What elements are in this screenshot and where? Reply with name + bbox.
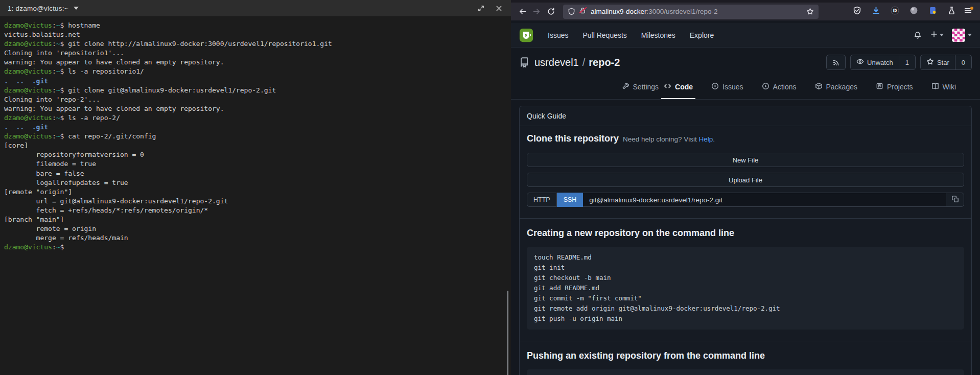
issue-icon xyxy=(711,82,719,91)
extension-download[interactable] xyxy=(869,5,883,19)
url-path: :3000/usrdevel1/repo-2 xyxy=(647,8,718,15)
tab-code[interactable]: Code xyxy=(661,82,695,99)
create-new-button[interactable] xyxy=(930,30,944,40)
terminal-line: [remote "origin"] xyxy=(4,188,509,197)
back-button[interactable] xyxy=(515,5,529,19)
notifications-bell-button[interactable] xyxy=(914,31,922,39)
window-controls xyxy=(477,5,503,12)
tab-issue[interactable]: Issues xyxy=(709,82,745,99)
terminal-line: dzamo@victus:~$ ls -a repo-2/ xyxy=(4,113,509,123)
repo-name-link[interactable]: repo-2 xyxy=(589,57,620,68)
nav-item-milestones[interactable]: Milestones xyxy=(641,31,675,39)
terminal-line: bare = false xyxy=(4,169,509,178)
terminal-line: fetch = +refs/heads/*:refs/remotes/origi… xyxy=(4,206,509,215)
insecure-lock-icon[interactable] xyxy=(579,7,587,16)
titlebar-caret-icon[interactable] xyxy=(74,7,79,10)
upload-file-button[interactable]: Upload File xyxy=(527,173,964,187)
new-file-button[interactable]: New File xyxy=(527,153,964,167)
rss-button[interactable] xyxy=(826,55,846,70)
tracking-protection-shield-icon[interactable] xyxy=(568,8,575,15)
extension-flask[interactable] xyxy=(944,5,959,19)
forward-button[interactable] xyxy=(529,5,544,19)
unwatch-button[interactable]: Unwatch xyxy=(851,55,899,69)
nav-links: IssuesPull RequestsMilestonesExplore xyxy=(548,31,714,39)
terminal-scrollbar[interactable] xyxy=(507,291,508,375)
letter-d-icon: D xyxy=(891,6,899,17)
terminal-line: repositoryformatversion = 0 xyxy=(4,150,509,159)
copy-icon xyxy=(951,195,959,205)
terminal-window: 1: dzamo@victus:~ dzamo@victus:~$ hostna… xyxy=(0,0,511,375)
tab-project[interactable]: Projects xyxy=(873,82,916,99)
quick-guide-header: Quick Guide xyxy=(520,106,971,126)
terminal-line: dzamo@victus:~$ git clone http://almalin… xyxy=(4,39,509,49)
create-repo-title: Creating a new repository on the command… xyxy=(527,226,964,240)
terminal-line: merge = refs/heads/main xyxy=(4,233,509,243)
code-line: git init xyxy=(534,263,957,273)
user-menu-button[interactable] xyxy=(952,29,972,42)
repo-icon xyxy=(519,57,529,67)
terminal-output[interactable]: dzamo@victus:~$ hostnamevictus.balaitus.… xyxy=(0,17,511,375)
repo-tabs: Settings CodeIssuesActionsPackagesProjec… xyxy=(511,77,980,100)
terminal-line: dzamo@victus:~$ cat repo-2/.git/config xyxy=(4,132,509,141)
watch-count[interactable]: 1 xyxy=(899,55,915,69)
help-link[interactable]: Help xyxy=(698,135,713,143)
extension-doc-badge[interactable] xyxy=(925,5,940,19)
close-window-button[interactable] xyxy=(495,5,503,12)
reload-button[interactable] xyxy=(544,5,558,19)
doc-badge-icon xyxy=(928,6,937,17)
star-count[interactable]: 0 xyxy=(955,55,971,69)
eye-icon xyxy=(856,58,864,67)
repo-owner-link[interactable]: usrdevel1 xyxy=(534,57,579,68)
extension-letter-d[interactable]: D xyxy=(888,5,902,19)
caret-down-icon xyxy=(940,34,944,36)
repo-content: Quick Guide Clone this repository Need h… xyxy=(511,100,980,375)
terminal-line: victus.balaitus.net xyxy=(4,30,509,39)
svg-text:D: D xyxy=(893,8,897,13)
ssh-button[interactable]: SSH xyxy=(557,193,584,207)
terminal-titlebar[interactable]: 1: dzamo@victus:~ xyxy=(0,0,511,17)
bookmark-star-icon[interactable] xyxy=(806,8,814,15)
wiki-icon xyxy=(931,82,939,91)
copy-url-button[interactable] xyxy=(946,193,964,207)
terminal-line: warning: You appear to have cloned an em… xyxy=(4,58,509,67)
shield-check-icon xyxy=(853,6,861,17)
repo-separator: / xyxy=(582,57,586,68)
terminal-line: logallrefupdates = true xyxy=(4,178,509,188)
globe-icon xyxy=(909,6,918,17)
repo-actions: Unwatch 1 Star 0 xyxy=(826,55,972,70)
gitea-logo[interactable] xyxy=(519,28,533,42)
code-line: git commit -m "first commit" xyxy=(534,293,957,303)
nav-item-pull-requests[interactable]: Pull Requests xyxy=(582,31,626,39)
terminal-line: filemode = true xyxy=(4,159,509,169)
tab-package[interactable]: Packages xyxy=(812,82,860,99)
clone-section: Clone this repository Need help cloning?… xyxy=(520,126,971,218)
terminal-line: [core] xyxy=(4,141,509,150)
terminal-line: [branch "main"] xyxy=(4,215,509,224)
gitea-page: IssuesPull RequestsMilestonesExplore usr… xyxy=(511,23,980,375)
download-icon xyxy=(872,6,880,17)
star-button[interactable]: Star xyxy=(921,55,955,69)
clone-title: Clone this repository xyxy=(527,133,619,144)
terminal-line: dzamo@victus:~$ git clone git@almalinux9… xyxy=(4,86,509,95)
screen: 1: dzamo@victus:~ dzamo@victus:~$ hostna… xyxy=(0,0,980,375)
clone-url-input[interactable] xyxy=(583,193,946,207)
star-icon xyxy=(926,58,934,67)
code-line: touch README.md xyxy=(534,252,957,263)
http-button[interactable]: HTTP xyxy=(527,193,557,207)
nav-item-explore[interactable]: Explore xyxy=(690,31,714,39)
code-line: git push -u origin main xyxy=(534,314,957,324)
terminal-line: . .. .git xyxy=(4,123,509,132)
update-badge xyxy=(970,7,973,10)
tab-settings[interactable]: Settings xyxy=(619,82,662,99)
extension-globe[interactable] xyxy=(906,5,921,19)
restore-window-button[interactable] xyxy=(477,5,485,12)
star-button-group: Star 0 xyxy=(920,55,972,70)
terminal-line: url = git@almalinux9-docker:usrdevel1/re… xyxy=(4,197,509,206)
extension-shield-check[interactable] xyxy=(850,5,864,19)
tab-wiki[interactable]: Wiki xyxy=(929,82,959,99)
tab-play[interactable]: Actions xyxy=(759,82,799,99)
app-menu-button[interactable] xyxy=(961,5,975,19)
code-line: git remote add origin git@almalinux9-doc… xyxy=(534,303,957,314)
url-bar[interactable]: almalinux9-docker :3000/usrdevel1/repo-2 xyxy=(563,5,819,19)
nav-item-issues[interactable]: Issues xyxy=(548,31,568,39)
